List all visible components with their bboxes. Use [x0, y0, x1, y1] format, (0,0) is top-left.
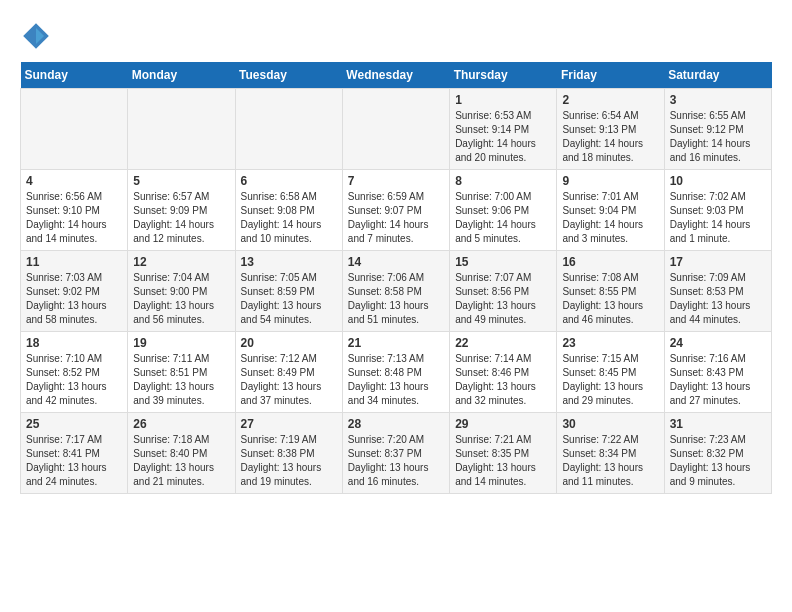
page-header [20, 20, 772, 52]
calendar-cell: 25Sunrise: 7:17 AMSunset: 8:41 PMDayligh… [21, 413, 128, 494]
calendar-cell: 28Sunrise: 7:20 AMSunset: 8:37 PMDayligh… [342, 413, 449, 494]
calendar-cell: 4Sunrise: 6:56 AMSunset: 9:10 PMDaylight… [21, 170, 128, 251]
day-number: 15 [455, 255, 551, 269]
day-info: Sunrise: 7:05 AMSunset: 8:59 PMDaylight:… [241, 271, 337, 327]
calendar-cell: 10Sunrise: 7:02 AMSunset: 9:03 PMDayligh… [664, 170, 771, 251]
day-number: 27 [241, 417, 337, 431]
calendar-cell: 13Sunrise: 7:05 AMSunset: 8:59 PMDayligh… [235, 251, 342, 332]
day-info: Sunrise: 7:07 AMSunset: 8:56 PMDaylight:… [455, 271, 551, 327]
calendar-cell: 3Sunrise: 6:55 AMSunset: 9:12 PMDaylight… [664, 89, 771, 170]
day-info: Sunrise: 7:15 AMSunset: 8:45 PMDaylight:… [562, 352, 658, 408]
day-info: Sunrise: 7:09 AMSunset: 8:53 PMDaylight:… [670, 271, 766, 327]
day-number: 2 [562, 93, 658, 107]
day-number: 1 [455, 93, 551, 107]
day-info: Sunrise: 7:01 AMSunset: 9:04 PMDaylight:… [562, 190, 658, 246]
day-info: Sunrise: 7:06 AMSunset: 8:58 PMDaylight:… [348, 271, 444, 327]
day-info: Sunrise: 6:57 AMSunset: 9:09 PMDaylight:… [133, 190, 229, 246]
day-number: 11 [26, 255, 122, 269]
week-row-2: 4Sunrise: 6:56 AMSunset: 9:10 PMDaylight… [21, 170, 772, 251]
calendar-cell: 2Sunrise: 6:54 AMSunset: 9:13 PMDaylight… [557, 89, 664, 170]
day-info: Sunrise: 7:08 AMSunset: 8:55 PMDaylight:… [562, 271, 658, 327]
day-info: Sunrise: 7:12 AMSunset: 8:49 PMDaylight:… [241, 352, 337, 408]
calendar-cell: 24Sunrise: 7:16 AMSunset: 8:43 PMDayligh… [664, 332, 771, 413]
calendar-cell: 17Sunrise: 7:09 AMSunset: 8:53 PMDayligh… [664, 251, 771, 332]
day-info: Sunrise: 7:16 AMSunset: 8:43 PMDaylight:… [670, 352, 766, 408]
week-row-5: 25Sunrise: 7:17 AMSunset: 8:41 PMDayligh… [21, 413, 772, 494]
day-info: Sunrise: 7:19 AMSunset: 8:38 PMDaylight:… [241, 433, 337, 489]
day-info: Sunrise: 7:00 AMSunset: 9:06 PMDaylight:… [455, 190, 551, 246]
calendar-cell: 16Sunrise: 7:08 AMSunset: 8:55 PMDayligh… [557, 251, 664, 332]
day-number: 25 [26, 417, 122, 431]
day-header-thursday: Thursday [450, 62, 557, 89]
logo-icon [20, 20, 52, 52]
day-info: Sunrise: 6:58 AMSunset: 9:08 PMDaylight:… [241, 190, 337, 246]
day-info: Sunrise: 6:54 AMSunset: 9:13 PMDaylight:… [562, 109, 658, 165]
day-number: 4 [26, 174, 122, 188]
day-info: Sunrise: 7:03 AMSunset: 9:02 PMDaylight:… [26, 271, 122, 327]
calendar-cell [128, 89, 235, 170]
logo [20, 20, 56, 52]
calendar-cell: 9Sunrise: 7:01 AMSunset: 9:04 PMDaylight… [557, 170, 664, 251]
day-info: Sunrise: 6:59 AMSunset: 9:07 PMDaylight:… [348, 190, 444, 246]
calendar-cell: 21Sunrise: 7:13 AMSunset: 8:48 PMDayligh… [342, 332, 449, 413]
day-number: 9 [562, 174, 658, 188]
day-number: 28 [348, 417, 444, 431]
calendar-cell: 27Sunrise: 7:19 AMSunset: 8:38 PMDayligh… [235, 413, 342, 494]
day-number: 6 [241, 174, 337, 188]
calendar-cell: 8Sunrise: 7:00 AMSunset: 9:06 PMDaylight… [450, 170, 557, 251]
calendar-cell: 23Sunrise: 7:15 AMSunset: 8:45 PMDayligh… [557, 332, 664, 413]
day-number: 8 [455, 174, 551, 188]
day-number: 7 [348, 174, 444, 188]
day-header-tuesday: Tuesday [235, 62, 342, 89]
day-number: 22 [455, 336, 551, 350]
calendar-cell: 12Sunrise: 7:04 AMSunset: 9:00 PMDayligh… [128, 251, 235, 332]
calendar-cell: 18Sunrise: 7:10 AMSunset: 8:52 PMDayligh… [21, 332, 128, 413]
calendar-cell: 11Sunrise: 7:03 AMSunset: 9:02 PMDayligh… [21, 251, 128, 332]
day-number: 5 [133, 174, 229, 188]
calendar-cell: 31Sunrise: 7:23 AMSunset: 8:32 PMDayligh… [664, 413, 771, 494]
calendar-cell: 29Sunrise: 7:21 AMSunset: 8:35 PMDayligh… [450, 413, 557, 494]
calendar-cell [342, 89, 449, 170]
day-info: Sunrise: 6:53 AMSunset: 9:14 PMDaylight:… [455, 109, 551, 165]
day-header-wednesday: Wednesday [342, 62, 449, 89]
day-info: Sunrise: 7:04 AMSunset: 9:00 PMDaylight:… [133, 271, 229, 327]
day-number: 26 [133, 417, 229, 431]
calendar-cell: 19Sunrise: 7:11 AMSunset: 8:51 PMDayligh… [128, 332, 235, 413]
calendar-cell: 22Sunrise: 7:14 AMSunset: 8:46 PMDayligh… [450, 332, 557, 413]
day-number: 3 [670, 93, 766, 107]
day-number: 23 [562, 336, 658, 350]
calendar-cell: 26Sunrise: 7:18 AMSunset: 8:40 PMDayligh… [128, 413, 235, 494]
day-number: 18 [26, 336, 122, 350]
day-info: Sunrise: 7:20 AMSunset: 8:37 PMDaylight:… [348, 433, 444, 489]
week-row-4: 18Sunrise: 7:10 AMSunset: 8:52 PMDayligh… [21, 332, 772, 413]
day-number: 14 [348, 255, 444, 269]
calendar-cell: 6Sunrise: 6:58 AMSunset: 9:08 PMDaylight… [235, 170, 342, 251]
calendar-table: SundayMondayTuesdayWednesdayThursdayFrid… [20, 62, 772, 494]
day-info: Sunrise: 7:02 AMSunset: 9:03 PMDaylight:… [670, 190, 766, 246]
day-number: 30 [562, 417, 658, 431]
day-number: 21 [348, 336, 444, 350]
calendar-cell: 30Sunrise: 7:22 AMSunset: 8:34 PMDayligh… [557, 413, 664, 494]
day-info: Sunrise: 7:17 AMSunset: 8:41 PMDaylight:… [26, 433, 122, 489]
day-number: 16 [562, 255, 658, 269]
day-number: 13 [241, 255, 337, 269]
day-info: Sunrise: 7:22 AMSunset: 8:34 PMDaylight:… [562, 433, 658, 489]
day-number: 24 [670, 336, 766, 350]
day-info: Sunrise: 7:10 AMSunset: 8:52 PMDaylight:… [26, 352, 122, 408]
calendar-cell: 14Sunrise: 7:06 AMSunset: 8:58 PMDayligh… [342, 251, 449, 332]
calendar-cell [235, 89, 342, 170]
day-number: 12 [133, 255, 229, 269]
week-row-3: 11Sunrise: 7:03 AMSunset: 9:02 PMDayligh… [21, 251, 772, 332]
day-header-friday: Friday [557, 62, 664, 89]
day-info: Sunrise: 7:14 AMSunset: 8:46 PMDaylight:… [455, 352, 551, 408]
day-info: Sunrise: 7:18 AMSunset: 8:40 PMDaylight:… [133, 433, 229, 489]
day-number: 31 [670, 417, 766, 431]
day-number: 29 [455, 417, 551, 431]
day-info: Sunrise: 6:56 AMSunset: 9:10 PMDaylight:… [26, 190, 122, 246]
calendar-cell: 5Sunrise: 6:57 AMSunset: 9:09 PMDaylight… [128, 170, 235, 251]
day-number: 19 [133, 336, 229, 350]
day-info: Sunrise: 7:21 AMSunset: 8:35 PMDaylight:… [455, 433, 551, 489]
day-number: 20 [241, 336, 337, 350]
day-info: Sunrise: 7:13 AMSunset: 8:48 PMDaylight:… [348, 352, 444, 408]
calendar-cell: 1Sunrise: 6:53 AMSunset: 9:14 PMDaylight… [450, 89, 557, 170]
